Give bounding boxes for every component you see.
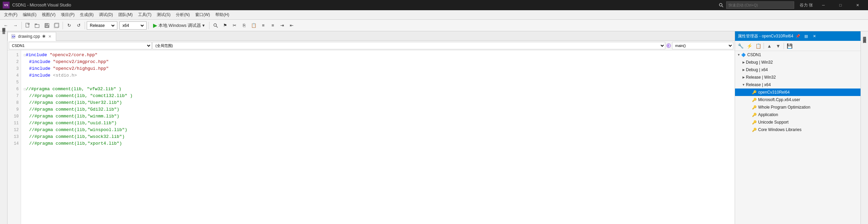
expand-ms-cpp-icon: [747, 98, 752, 101]
prop-sheet-icon-2: 🔑: [752, 98, 757, 102]
line-num-12: 12: [7, 127, 21, 133]
quick-launch-input[interactable]: [726, 1, 794, 9]
server-explorer-tab[interactable]: 服务器资源管理器: [1, 33, 7, 35]
config-dropdown[interactable]: Release Debug: [87, 21, 117, 30]
props-down-button[interactable]: ▼: [774, 42, 782, 50]
uncomment-button[interactable]: ≡: [268, 21, 277, 30]
props-tree[interactable]: ▼ 🔷 CSDN1 ▶ Debug | Win32 ▶ Debug | x64 …: [735, 51, 861, 224]
props-manager-tab[interactable]: 属性管理器: [862, 33, 868, 35]
comment-button[interactable]: ≡: [259, 21, 268, 30]
copy-button[interactable]: ⎘: [240, 21, 249, 30]
find-button[interactable]: [211, 21, 220, 30]
run-debug-button[interactable]: ▶ 本地 Windows 调试器 ▾: [150, 21, 207, 30]
paste-button[interactable]: 📋: [249, 21, 258, 30]
team-explorer-tab[interactable]: 团队资源管理器: [862, 35, 868, 38]
props-wrench-button[interactable]: 🔧: [736, 42, 745, 50]
function-icon: f: [666, 43, 671, 48]
tree-release-win32[interactable]: ▶ Release | Win32: [735, 74, 861, 81]
menu-window[interactable]: 窗口(W): [193, 11, 213, 19]
tree-application[interactable]: 🔑 Application: [735, 111, 861, 118]
user-name: 谷力 张: [800, 2, 813, 8]
bookmark-button[interactable]: ⚑: [221, 21, 230, 30]
props-titlebar: 属性管理器 - openCv310Rel64 📌 ▤ ✕: [735, 31, 861, 41]
prop-sheet-icon-5: 🔑: [752, 120, 757, 125]
run-dropdown-icon: ▾: [202, 23, 205, 28]
svg-point-10: [214, 23, 216, 26]
props-save-button[interactable]: 💾: [785, 42, 794, 50]
tab-drawing-cpp[interactable]: C+ drawing.cpp ✱ ✕: [7, 32, 56, 41]
props-close-button[interactable]: ✕: [811, 33, 818, 39]
indent-button[interactable]: ⇥: [278, 21, 287, 30]
toolbar-sep-3: [85, 22, 85, 29]
menu-file[interactable]: 文件(F): [1, 11, 20, 19]
tree-root-csdn1[interactable]: ▼ 🔷 CSDN1: [735, 51, 861, 59]
tree-opencv310rel64[interactable]: 🔑 openCv310Rel64: [735, 89, 861, 96]
expand-opencv-icon: [747, 91, 752, 94]
tree-debug-x64[interactable]: ▶ Debug | x64: [735, 66, 861, 74]
menu-tools[interactable]: 工具(T): [135, 11, 154, 19]
svg-text:C+: C+: [12, 35, 15, 38]
expand-app-icon: [747, 113, 752, 116]
tree-debug-x64-label: Debug | x64: [746, 67, 768, 72]
close-button[interactable]: ✕: [850, 0, 865, 10]
tree-ms-cpp-label: Microsoft.Cpp.x64.user: [758, 97, 800, 102]
tree-debug-win32[interactable]: ▶ Debug | Win32: [735, 59, 861, 66]
project-icon: 🔷: [741, 53, 746, 57]
props-lightning-button[interactable]: ⚡: [745, 42, 753, 50]
toolbox-tab[interactable]: 工具箱: [1, 35, 7, 38]
cpp-file-icon: C+: [11, 34, 16, 39]
menu-build[interactable]: 生成(B): [77, 11, 96, 19]
redo-button[interactable]: ↺: [74, 21, 83, 30]
platform-select[interactable]: x64 x86: [121, 23, 145, 28]
code-editor[interactable]: 1 2 3 4 5 6 7 8 9 10 11 12 13 14 □#inclu…: [7, 50, 735, 224]
tree-unicode-support[interactable]: 🔑 Unicode Support: [735, 118, 861, 126]
props-toolbar-sep: [764, 43, 764, 49]
maximize-button[interactable]: □: [833, 0, 848, 10]
menu-help[interactable]: 帮助(H): [213, 11, 232, 19]
config-select[interactable]: Release Debug: [88, 23, 116, 28]
code-content[interactable]: □#include "opencv2/core.hpp" #include "o…: [21, 50, 735, 224]
menu-analyze[interactable]: 分析(N): [173, 11, 193, 19]
toolbar-sep-2: [63, 22, 63, 29]
cut-button[interactable]: ✂: [230, 21, 239, 30]
menu-debug[interactable]: 调试(D): [96, 11, 116, 19]
prop-sheet-icon-6: 🔑: [752, 128, 757, 132]
file-selector[interactable]: CSDN1: [9, 42, 152, 49]
menu-edit[interactable]: 编辑(E): [20, 11, 39, 19]
save-button[interactable]: [43, 21, 51, 30]
forward-button[interactable]: →: [11, 21, 20, 30]
platform-dropdown[interactable]: x64 x86: [119, 21, 147, 30]
line-num-11: 11: [7, 120, 21, 127]
back-button[interactable]: ←: [1, 21, 10, 30]
outdent-button[interactable]: ⇤: [287, 21, 296, 30]
save-all-button[interactable]: [52, 21, 61, 30]
code-line-1: □#include "opencv2/core.hpp": [24, 52, 732, 59]
line-num-2: 2: [7, 59, 21, 65]
menu-test[interactable]: 测试(S): [154, 11, 173, 19]
undo-button[interactable]: ↻: [65, 21, 73, 30]
menu-team[interactable]: 团队(M): [116, 11, 135, 19]
tree-core-windows-libs[interactable]: 🔑 Core Windows Libraries: [735, 126, 861, 133]
props-pin-button[interactable]: 📌: [795, 33, 801, 39]
title-search-area: [719, 1, 794, 9]
tree-whole-program-opt[interactable]: 🔑 Whole Program Optimization: [735, 103, 861, 111]
props-up-button[interactable]: ▲: [765, 42, 773, 50]
open-file-button[interactable]: [33, 21, 42, 30]
minimize-button[interactable]: ─: [816, 0, 831, 10]
function-selector[interactable]: main(): [672, 42, 733, 49]
props-copy-button[interactable]: 📋: [754, 42, 762, 50]
tree-ms-cpp-user[interactable]: 🔑 Microsoft.Cpp.x64.user: [735, 96, 861, 103]
menu-view[interactable]: 视图(V): [39, 11, 58, 19]
code-line-6: □//#pragma comment(lib, "vfw32.lib" ): [24, 86, 732, 93]
new-file-icon: [25, 23, 31, 28]
tab-close-button[interactable]: ✕: [48, 34, 52, 39]
tree-release-x64-label: Release | x64: [746, 82, 771, 87]
toolbar-sep-1: [21, 22, 22, 29]
tree-wpo-label: Whole Program Optimization: [758, 105, 810, 110]
scope-selector[interactable]: (全局范围): [152, 42, 665, 49]
code-line-4: #include <stdio.h>: [24, 72, 732, 79]
menu-project[interactable]: 项目(P): [58, 11, 77, 19]
tree-release-x64[interactable]: ▼ Release | x64: [735, 81, 861, 89]
props-float-button[interactable]: ▤: [803, 33, 809, 39]
new-file-button[interactable]: [23, 21, 32, 30]
